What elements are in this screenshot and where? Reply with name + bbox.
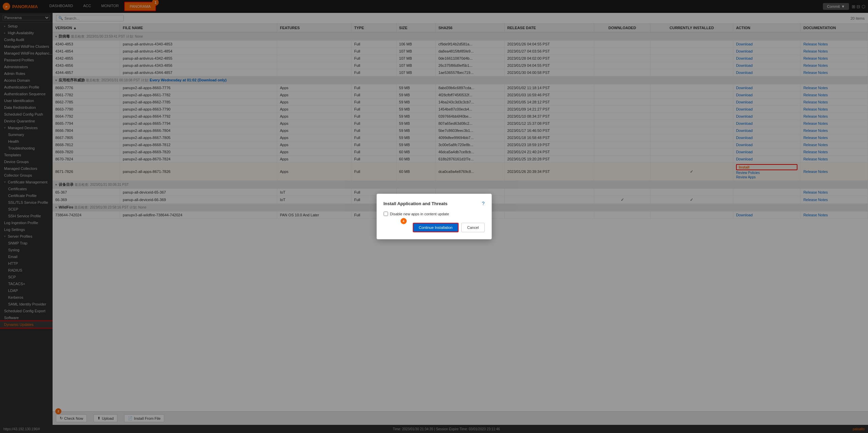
cancel-button[interactable]: Cancel (461, 223, 484, 232)
modal-footer: 4 Continue Installation Cancel (384, 223, 485, 232)
checkbox-text: Disable new apps in content update (390, 212, 449, 216)
modal-title: Install Application and Threats (384, 201, 448, 206)
disable-new-apps-checkbox[interactable] (384, 212, 388, 216)
install-modal: Install Application and Threats ? Disabl… (377, 194, 492, 239)
step4-badge-wrapper: 4 (401, 218, 407, 224)
modal-checkbox-label[interactable]: Disable new apps in content update (384, 212, 485, 216)
step4-badge: 4 (401, 218, 407, 224)
modal-overlay: Install Application and Threats ? Disabl… (0, 0, 868, 433)
modal-help-icon[interactable]: ? (482, 201, 485, 206)
modal-header: Install Application and Threats ? (384, 201, 485, 206)
continue-installation-button[interactable]: Continue Installation (413, 223, 459, 232)
modal-body: Disable new apps in content update (384, 212, 485, 216)
